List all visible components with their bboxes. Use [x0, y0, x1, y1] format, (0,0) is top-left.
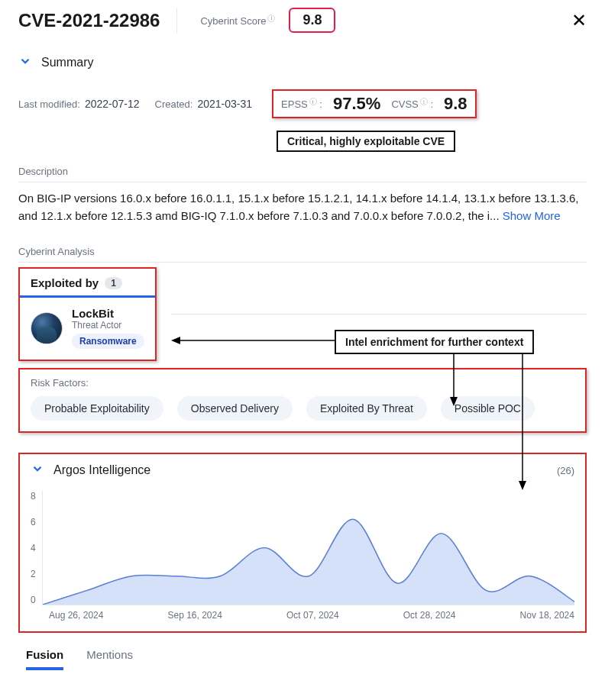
cvss-label: CVSSi : — [391, 98, 433, 110]
created-value: 2021-03-31 — [197, 98, 252, 110]
critical-callout: Critical, highly exploitable CVE — [277, 131, 455, 152]
exploited-by-count: 1 — [105, 277, 122, 289]
chevron-down-icon[interactable] — [18, 54, 32, 71]
cvss-value: 9.8 — [444, 94, 467, 114]
risk-pill[interactable]: Exploited By Threat — [306, 396, 427, 421]
cve-id: CVE-2021-22986 — [18, 10, 160, 31]
chevron-down-icon[interactable] — [31, 462, 44, 479]
actor-type: Threat Actor — [72, 320, 144, 331]
info-icon[interactable]: i — [420, 98, 428, 105]
close-icon[interactable]: ✕ — [571, 10, 587, 31]
risk-factors-label: Risk Factors: — [31, 377, 574, 389]
analysis-label: Cyberint Analysis — [18, 246, 587, 263]
y-axis: 8 6 4 2 0 — [31, 491, 42, 605]
info-icon[interactable]: i — [267, 15, 275, 22]
scores-box: EPSSi : 97.5% CVSSi : 9.8 — [272, 89, 477, 118]
intel-annotation: Intel enrichment for further context — [335, 330, 534, 354]
last-modified-label: Last modified: — [18, 98, 80, 110]
description-label: Description — [18, 166, 587, 182]
divider — [171, 314, 587, 315]
description-text: On BIG-IP versions 16.0.x before 16.0.1.… — [18, 182, 587, 232]
bottom-tabs: Fusion Mentions — [18, 633, 587, 670]
summary-header: Summary — [18, 40, 587, 79]
epss-value: 97.5% — [333, 94, 380, 114]
avatar — [31, 312, 63, 344]
meta-row: Last modified: 2022-07-12 Created: 2021-… — [18, 79, 587, 124]
arrow-icon — [171, 333, 335, 348]
plot-area — [42, 491, 574, 605]
score-badge: 9.8 — [289, 8, 335, 33]
risk-pill[interactable]: Probable Exploitability — [31, 396, 163, 421]
show-more-link[interactable]: Show More — [503, 209, 561, 222]
created-label: Created: — [155, 98, 193, 110]
x-axis: Aug 26, 2024 Sep 16, 2024 Oct 07, 2024 O… — [49, 610, 574, 621]
argos-title: Argos Intelligence — [53, 463, 150, 477]
argos-count: (26) — [557, 465, 574, 476]
risk-pill[interactable]: Possible POC — [441, 396, 535, 421]
risk-pill[interactable]: Observed Delivery — [177, 396, 293, 421]
svg-marker-1 — [171, 337, 180, 344]
header: CVE-2021-22986 Cyberint Scorei 9.8 ✕ — [18, 8, 587, 40]
epss-label: EPSSi : — [281, 98, 322, 110]
divider — [176, 8, 177, 33]
summary-title: Summary — [41, 56, 93, 69]
exploited-by-box: Exploited by 1 LockBit Threat Actor Rans… — [18, 267, 157, 361]
threat-actor-row[interactable]: LockBit Threat Actor Ransomware — [20, 298, 155, 360]
actor-tag: Ransomware — [72, 334, 144, 349]
tab-fusion[interactable]: Fusion — [26, 648, 63, 670]
info-icon[interactable]: i — [309, 98, 317, 105]
risk-pills: Probable Exploitability Observed Deliver… — [31, 396, 574, 421]
chart: 8 6 4 2 0 — [31, 491, 574, 605]
exploited-by-tab[interactable]: Exploited by 1 — [20, 269, 155, 298]
risk-factors-box: Risk Factors: Probable Exploitability Ob… — [18, 368, 587, 433]
actor-name: LockBit — [72, 307, 144, 320]
exploited-by-label: Exploited by — [31, 276, 99, 289]
last-modified-value: 2022-07-12 — [85, 98, 140, 110]
score-label: Cyberint Scorei — [200, 15, 275, 27]
argos-intelligence-box: Argos Intelligence (26) 8 6 4 2 0 Aug 26… — [18, 453, 587, 633]
tab-mentions[interactable]: Mentions — [86, 648, 133, 670]
